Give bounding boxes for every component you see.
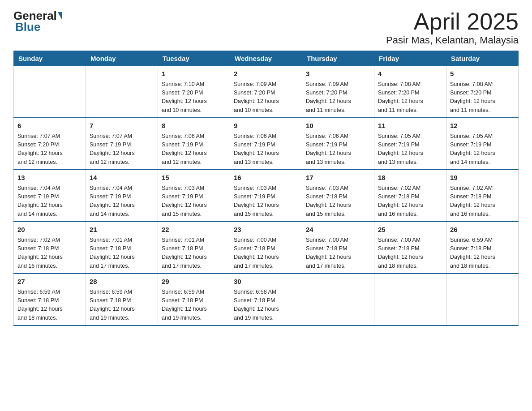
- day-info: Sunrise: 7:02 AM Sunset: 7:18 PM Dayligh…: [378, 184, 442, 219]
- day-number: 25: [378, 225, 442, 235]
- day-number: 30: [234, 277, 298, 287]
- col-friday: Friday: [374, 51, 446, 66]
- day-info: Sunrise: 7:00 AM Sunset: 7:18 PM Dayligh…: [378, 236, 442, 271]
- table-row: 18Sunrise: 7:02 AM Sunset: 7:18 PM Dayli…: [374, 170, 446, 222]
- day-number: 29: [162, 277, 226, 287]
- day-number: 6: [17, 121, 82, 131]
- day-number: 7: [90, 121, 154, 131]
- day-info: Sunrise: 7:05 AM Sunset: 7:19 PM Dayligh…: [378, 132, 442, 167]
- calendar-week-row: 20Sunrise: 7:02 AM Sunset: 7:18 PM Dayli…: [14, 222, 519, 274]
- day-number: 27: [17, 277, 82, 287]
- day-info: Sunrise: 7:00 AM Sunset: 7:18 PM Dayligh…: [234, 236, 298, 271]
- table-row: [446, 274, 519, 325]
- day-info: Sunrise: 7:01 AM Sunset: 7:18 PM Dayligh…: [90, 236, 154, 271]
- table-row: 22Sunrise: 7:01 AM Sunset: 7:18 PM Dayli…: [158, 222, 230, 274]
- table-row: 12Sunrise: 7:05 AM Sunset: 7:19 PM Dayli…: [446, 118, 519, 170]
- day-number: 28: [90, 277, 154, 287]
- table-row: 23Sunrise: 7:00 AM Sunset: 7:18 PM Dayli…: [230, 222, 302, 274]
- day-info: Sunrise: 7:02 AM Sunset: 7:18 PM Dayligh…: [450, 184, 515, 219]
- day-number: 2: [234, 69, 298, 79]
- col-thursday: Thursday: [302, 51, 374, 66]
- day-number: 22: [162, 225, 226, 235]
- day-info: Sunrise: 7:06 AM Sunset: 7:19 PM Dayligh…: [162, 132, 226, 167]
- table-row: 9Sunrise: 7:06 AM Sunset: 7:19 PM Daylig…: [230, 118, 302, 170]
- day-info: Sunrise: 7:10 AM Sunset: 7:20 PM Dayligh…: [162, 80, 226, 115]
- logo-triangle-icon: [58, 12, 62, 20]
- table-row: 11Sunrise: 7:05 AM Sunset: 7:19 PM Dayli…: [374, 118, 446, 170]
- table-row: 6Sunrise: 7:07 AM Sunset: 7:20 PM Daylig…: [14, 118, 86, 170]
- table-row: [374, 274, 446, 325]
- day-info: Sunrise: 7:04 AM Sunset: 7:19 PM Dayligh…: [17, 184, 82, 219]
- day-number: 13: [17, 173, 82, 183]
- table-row: 24Sunrise: 7:00 AM Sunset: 7:18 PM Dayli…: [302, 222, 374, 274]
- table-row: 27Sunrise: 6:59 AM Sunset: 7:18 PM Dayli…: [14, 274, 86, 325]
- day-number: 26: [450, 225, 515, 235]
- table-row: 3Sunrise: 7:09 AM Sunset: 7:20 PM Daylig…: [302, 66, 374, 118]
- day-info: Sunrise: 7:03 AM Sunset: 7:18 PM Dayligh…: [306, 184, 370, 219]
- table-row: 28Sunrise: 6:59 AM Sunset: 7:18 PM Dayli…: [86, 274, 158, 325]
- col-tuesday: Tuesday: [158, 51, 230, 66]
- day-info: Sunrise: 7:05 AM Sunset: 7:19 PM Dayligh…: [450, 132, 515, 167]
- day-number: 14: [90, 173, 154, 183]
- table-row: 21Sunrise: 7:01 AM Sunset: 7:18 PM Dayli…: [86, 222, 158, 274]
- col-wednesday: Wednesday: [230, 51, 302, 66]
- day-info: Sunrise: 7:03 AM Sunset: 7:19 PM Dayligh…: [234, 184, 298, 219]
- table-row: 19Sunrise: 7:02 AM Sunset: 7:18 PM Dayli…: [446, 170, 519, 222]
- day-number: 5: [450, 69, 515, 79]
- calendar-week-row: 1Sunrise: 7:10 AM Sunset: 7:20 PM Daylig…: [14, 66, 519, 118]
- table-row: [14, 66, 86, 118]
- day-info: Sunrise: 7:02 AM Sunset: 7:18 PM Dayligh…: [17, 236, 82, 271]
- col-monday: Monday: [86, 51, 158, 66]
- table-row: 13Sunrise: 7:04 AM Sunset: 7:19 PM Dayli…: [14, 170, 86, 222]
- calendar-header-row: Sunday Monday Tuesday Wednesday Thursday…: [14, 51, 519, 66]
- table-row: 2Sunrise: 7:09 AM Sunset: 7:20 PM Daylig…: [230, 66, 302, 118]
- page-title: April 2025: [386, 9, 519, 34]
- day-info: Sunrise: 6:59 AM Sunset: 7:18 PM Dayligh…: [162, 288, 226, 323]
- table-row: 8Sunrise: 7:06 AM Sunset: 7:19 PM Daylig…: [158, 118, 230, 170]
- day-info: Sunrise: 7:09 AM Sunset: 7:20 PM Dayligh…: [234, 80, 298, 115]
- calendar-week-row: 27Sunrise: 6:59 AM Sunset: 7:18 PM Dayli…: [14, 274, 519, 325]
- page-header: General Blue April 2025 Pasir Mas, Kelan…: [13, 9, 519, 46]
- day-number: 12: [450, 121, 515, 131]
- day-info: Sunrise: 6:59 AM Sunset: 7:18 PM Dayligh…: [450, 236, 515, 271]
- calendar-table: Sunday Monday Tuesday Wednesday Thursday…: [13, 51, 519, 326]
- logo: General Blue: [13, 9, 63, 34]
- day-info: Sunrise: 6:58 AM Sunset: 7:18 PM Dayligh…: [234, 288, 298, 323]
- calendar-week-row: 6Sunrise: 7:07 AM Sunset: 7:20 PM Daylig…: [14, 118, 519, 170]
- day-info: Sunrise: 7:01 AM Sunset: 7:18 PM Dayligh…: [162, 236, 226, 271]
- logo-blue-text: Blue: [15, 20, 40, 34]
- table-row: 10Sunrise: 7:06 AM Sunset: 7:19 PM Dayli…: [302, 118, 374, 170]
- day-number: 16: [234, 173, 298, 183]
- day-number: 15: [162, 173, 226, 183]
- day-info: Sunrise: 7:08 AM Sunset: 7:20 PM Dayligh…: [450, 80, 515, 115]
- table-row: 30Sunrise: 6:58 AM Sunset: 7:18 PM Dayli…: [230, 274, 302, 325]
- table-row: 25Sunrise: 7:00 AM Sunset: 7:18 PM Dayli…: [374, 222, 446, 274]
- day-number: 21: [90, 225, 154, 235]
- day-info: Sunrise: 7:03 AM Sunset: 7:19 PM Dayligh…: [162, 184, 226, 219]
- table-row: [302, 274, 374, 325]
- day-number: 23: [234, 225, 298, 235]
- day-info: Sunrise: 6:59 AM Sunset: 7:18 PM Dayligh…: [17, 288, 82, 323]
- table-row: 17Sunrise: 7:03 AM Sunset: 7:18 PM Dayli…: [302, 170, 374, 222]
- day-info: Sunrise: 6:59 AM Sunset: 7:18 PM Dayligh…: [90, 288, 154, 323]
- col-saturday: Saturday: [446, 51, 519, 66]
- day-number: 3: [306, 69, 370, 79]
- day-number: 20: [17, 225, 82, 235]
- day-info: Sunrise: 7:07 AM Sunset: 7:19 PM Dayligh…: [90, 132, 154, 167]
- page-subtitle: Pasir Mas, Kelantan, Malaysia: [386, 34, 519, 46]
- day-number: 4: [378, 69, 442, 79]
- table-row: 7Sunrise: 7:07 AM Sunset: 7:19 PM Daylig…: [86, 118, 158, 170]
- day-number: 24: [306, 225, 370, 235]
- table-row: [86, 66, 158, 118]
- col-sunday: Sunday: [14, 51, 86, 66]
- day-info: Sunrise: 7:06 AM Sunset: 7:19 PM Dayligh…: [306, 132, 370, 167]
- day-number: 11: [378, 121, 442, 131]
- title-block: April 2025 Pasir Mas, Kelantan, Malaysia: [386, 9, 519, 46]
- table-row: 14Sunrise: 7:04 AM Sunset: 7:19 PM Dayli…: [86, 170, 158, 222]
- day-number: 9: [234, 121, 298, 131]
- day-number: 8: [162, 121, 226, 131]
- day-info: Sunrise: 7:00 AM Sunset: 7:18 PM Dayligh…: [306, 236, 370, 271]
- table-row: 4Sunrise: 7:08 AM Sunset: 7:20 PM Daylig…: [374, 66, 446, 118]
- day-number: 10: [306, 121, 370, 131]
- day-number: 19: [450, 173, 515, 183]
